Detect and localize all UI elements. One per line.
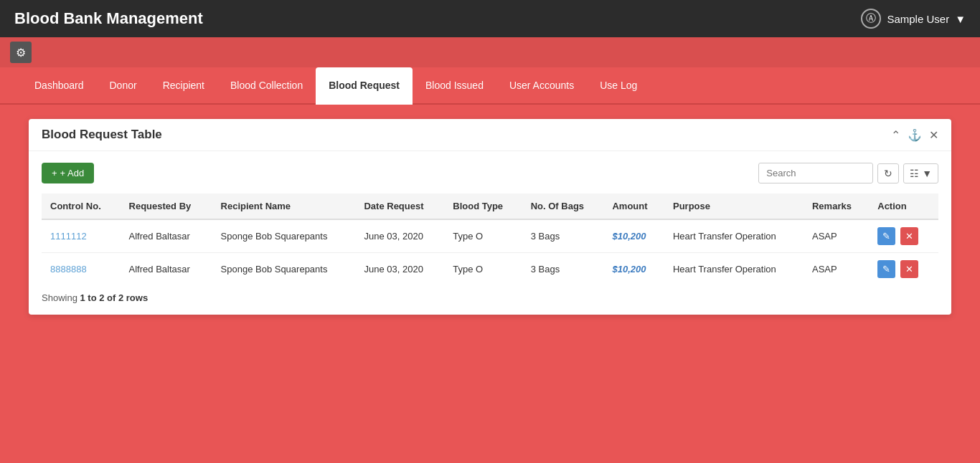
cell-date-request: June 03, 2020 [355,219,444,253]
nav-item-recipient[interactable]: Recipient [150,67,217,105]
cell-blood-type: Type O [444,253,522,286]
card-body: + + Add ↻ ☷ ▼ Control No. Requested By R… [29,151,951,315]
control-link[interactable]: 8888888 [50,264,87,275]
nav-item-dashboard[interactable]: Dashboard [22,67,97,105]
nav-bar: Dashboard Donor Recipient Blood Collecti… [0,67,980,105]
cell-blood-type: Type O [444,219,522,253]
nav-item-user-accounts[interactable]: User Accounts [496,67,587,105]
showing-text: Showing 1 to 2 of 2 rows [42,292,938,303]
cell-requested-by: Alfred Baltasar [121,253,212,286]
top-bar: Blood Bank Management Ⓐ Sample User ▼ [0,0,980,37]
cell-amount: $10,200 [603,253,664,286]
table-row: 8888888 Alfred Baltasar Sponge Bob Squar… [42,253,938,286]
col-control-no: Control No. [42,194,121,219]
edit-button[interactable]: ✎ [877,227,895,245]
user-menu[interactable]: Ⓐ Sample User ▼ [861,9,966,29]
nav-item-blood-request[interactable]: Blood Request [316,67,413,105]
col-action: Action [869,194,938,219]
nav-item-blood-issued[interactable]: Blood Issued [413,67,496,105]
card-title: Blood Request Table [42,128,162,142]
collapse-button[interactable]: ⌃ [891,128,900,142]
cell-date-request: June 03, 2020 [355,253,444,286]
card-header: Blood Request Table ⌃ ⚓ ✕ [29,119,951,151]
cell-action: ✎ ✕ [869,253,938,286]
col-blood-type: Blood Type [444,194,522,219]
cell-action: ✎ ✕ [869,219,938,253]
cell-control-no: 8888888 [42,253,121,286]
col-requested-by: Requested By [121,194,212,219]
cell-remarks: ASAP [804,219,869,253]
cell-control-no: 1111112 [42,219,121,253]
add-label: + Add [60,168,85,178]
user-name: Sample User [887,13,949,25]
cell-requested-by: Alfred Baltasar [121,219,212,253]
refresh-button[interactable]: ↻ [877,163,899,183]
blood-request-card: Blood Request Table ⌃ ⚓ ✕ + + Add ↻ ☷ ▼ [29,119,951,315]
col-purpose: Purpose [664,194,804,219]
table-header-row: Control No. Requested By Recipient Name … [42,194,938,219]
cell-remarks: ASAP [804,253,869,286]
col-date-request: Date Request [355,194,444,219]
search-input[interactable] [758,163,873,183]
control-link[interactable]: 1111112 [50,231,87,242]
blood-request-table: Control No. Requested By Recipient Name … [42,194,938,285]
app-title: Blood Bank Management [14,9,203,28]
chevron-down-icon: ▼ [955,13,966,25]
edit-button[interactable]: ✎ [877,260,895,278]
cell-no-of-bags: 3 Bags [522,219,604,253]
table-toolbar: + + Add ↻ ☷ ▼ [42,163,938,183]
column-toggle-button[interactable]: ☷ ▼ [903,163,938,183]
plus-icon: + [52,168,57,178]
col-amount: Amount [603,194,664,219]
table-row: 1111112 Alfred Baltasar Sponge Bob Squar… [42,219,938,253]
settings-button[interactable]: ⚓ [908,128,922,142]
cell-recipient-name: Sponge Bob Squarepants [212,253,356,286]
user-icon: Ⓐ [861,9,881,29]
cell-purpose: Heart Transfer Operation [664,253,804,286]
nav-item-use-log[interactable]: Use Log [587,67,650,105]
delete-button[interactable]: ✕ [900,260,918,278]
toolbar-right: ↻ ☷ ▼ [758,163,938,183]
cell-purpose: Heart Transfer Operation [664,219,804,253]
col-recipient-name: Recipient Name [212,194,356,219]
settings-bar: ⚙ [0,37,980,67]
cell-amount: $10,200 [603,219,664,253]
add-button[interactable]: + + Add [42,163,94,183]
nav-item-donor[interactable]: Donor [97,67,150,105]
showing-range: 1 to 2 of 2 rows [80,292,148,303]
cell-no-of-bags: 3 Bags [522,253,604,286]
settings-gear-button[interactable]: ⚙ [10,42,32,63]
main-content: Blood Request Table ⌃ ⚓ ✕ + + Add ↻ ☷ ▼ [0,105,980,329]
nav-item-blood-collection[interactable]: Blood Collection [217,67,316,105]
delete-button[interactable]: ✕ [900,227,918,245]
col-remarks: Remarks [804,194,869,219]
close-button[interactable]: ✕ [929,128,938,142]
col-no-of-bags: No. Of Bags [522,194,604,219]
cell-recipient-name: Sponge Bob Squarepants [212,219,356,253]
card-controls: ⌃ ⚓ ✕ [891,128,938,142]
